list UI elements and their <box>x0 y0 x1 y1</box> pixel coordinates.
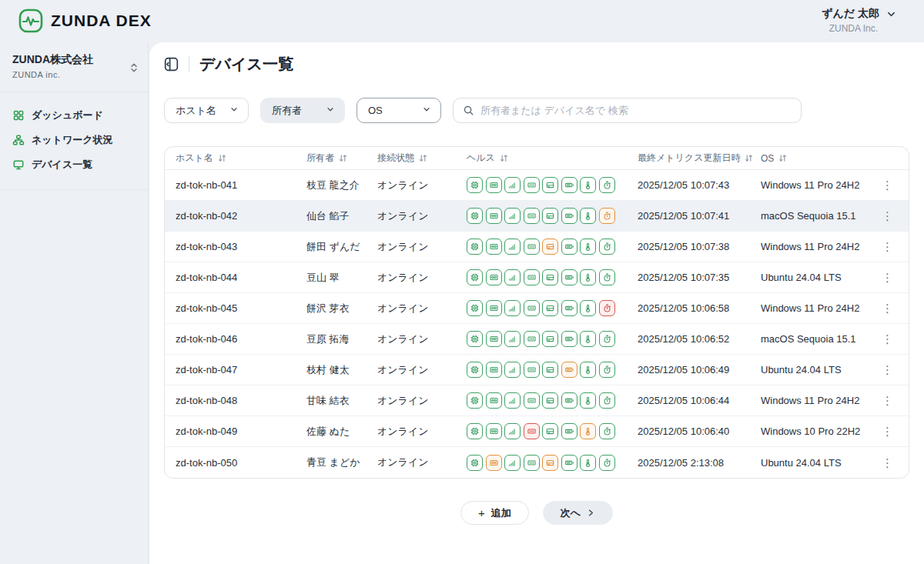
table-row[interactable]: zd-tok-nb-049 佐藤 ぬた オンライン 2025/12/05 10:… <box>165 416 909 447</box>
os-name: Ubuntu 24.04 LTS <box>761 364 876 375</box>
health-icons <box>467 455 638 471</box>
last-metrics-updated: 2025/12/05 10:06:52 <box>638 333 761 345</box>
row-menu-button[interactable]: ⋮ <box>877 393 898 408</box>
next-page-button[interactable]: 次へ <box>543 501 613 525</box>
host-name: zd-tok-nb-045 <box>176 302 306 314</box>
connection-status: オンライン <box>377 179 467 192</box>
os-name: Ubuntu 24.04 LTS <box>761 272 876 283</box>
gpu-icon <box>486 300 502 316</box>
add-label: 追加 <box>491 506 511 520</box>
sidebar-item-network[interactable]: ネットワーク状況 <box>0 128 148 152</box>
thermometer-icon <box>580 423 596 439</box>
row-menu-button[interactable]: ⋮ <box>877 270 898 285</box>
table-row[interactable]: zd-tok-nb-050 青豆 まどか オンライン 2025/12/05 2:… <box>165 447 909 478</box>
row-menu-button[interactable]: ⋮ <box>877 301 898 315</box>
row-menu-button[interactable]: ⋮ <box>877 178 898 192</box>
table-row[interactable]: zd-tok-nb-047 枝村 健太 オンライン 2025/12/05 10:… <box>165 355 909 385</box>
gpu-icon <box>486 331 502 347</box>
disk-icon <box>542 392 558 409</box>
uptime-icon <box>599 208 615 224</box>
sidebar-collapse-button[interactable] <box>164 57 179 72</box>
owner-name: 仙台 餡子 <box>306 209 377 223</box>
last-metrics-updated: 2025/12/05 10:07:41 <box>638 210 761 222</box>
os-name[interactable]: macOS Sequoia 15.1 <box>761 210 876 222</box>
table-row[interactable]: zd-tok-nb-046 豆原 拓海 オンライン 2025/12/05 10:… <box>165 324 909 355</box>
cpu-icon <box>467 423 483 439</box>
health-icons <box>467 362 638 378</box>
connection-status: オンライン <box>377 240 467 254</box>
column-header[interactable]: ヘルス <box>467 152 638 165</box>
row-menu-button[interactable]: ⋮ <box>877 424 898 439</box>
user-menu[interactable]: ずんだ 太郎 ZUNDA Inc. <box>822 7 896 34</box>
column-header[interactable]: OS <box>761 153 876 164</box>
os-name: macOS Sequoia 15.1 <box>761 333 876 345</box>
user-org: ZUNDA Inc. <box>829 23 878 34</box>
sidebar-item-dashboard[interactable]: ダッシュボード <box>0 103 148 128</box>
table-row[interactable]: zd-tok-nb-045 餅沢 芽衣 オンライン 2025/12/05 10:… <box>165 293 909 324</box>
column-header[interactable]: 所有者 <box>306 152 377 165</box>
health-icons <box>467 239 638 255</box>
table-row[interactable]: zd-tok-nb-044 豆山 翠 オンライン 2025/12/05 10:0… <box>165 262 909 293</box>
owner-name: 豆山 翠 <box>306 271 377 285</box>
row-menu-button[interactable]: ⋮ <box>877 332 898 346</box>
last-metrics-updated: 2025/12/05 10:06:44 <box>638 395 761 406</box>
column-header[interactable]: 接続状態 <box>377 152 467 165</box>
thermometer-icon <box>580 331 596 347</box>
filter-label: 所有者 <box>272 104 302 118</box>
os-name: Windows 11 Pro 24H2 <box>761 179 876 191</box>
host-name: zd-tok-nb-042 <box>176 210 306 222</box>
next-label: 次へ <box>561 506 581 520</box>
thermometer-icon <box>580 239 596 255</box>
row-menu-button[interactable]: ⋮ <box>877 239 898 254</box>
connection-status: オンライン <box>377 425 467 439</box>
column-header[interactable]: 最終メトリクス更新日時 <box>638 152 761 165</box>
table-row[interactable]: zd-tok-nb-043 餅田 ずんだ オンライン 2025/12/05 10… <box>165 232 909 262</box>
uptime-icon <box>599 392 615 409</box>
filter-os[interactable]: OS <box>357 98 441 123</box>
sidebar-item-devices[interactable]: デバイス一覧 <box>0 152 148 177</box>
network-icon <box>12 134 25 146</box>
memory-icon <box>524 177 540 193</box>
thermometer-icon <box>580 269 596 285</box>
column-label: OS <box>761 153 774 164</box>
chevron-down-icon <box>229 105 239 116</box>
search-input[interactable] <box>480 105 792 116</box>
filter-owner[interactable]: 所有者 <box>260 98 345 123</box>
disk-icon <box>542 423 558 439</box>
signal-icon <box>504 362 521 378</box>
last-metrics-updated: 2025/12/05 10:07:38 <box>638 241 761 252</box>
signal-icon <box>504 239 521 255</box>
gpu-icon <box>486 455 502 471</box>
battery-icon <box>561 423 578 439</box>
gpu-icon <box>486 239 502 255</box>
memory-icon <box>524 269 540 285</box>
memory-icon <box>524 455 540 471</box>
disk-icon <box>542 177 558 193</box>
column-header[interactable]: ホスト名 <box>176 152 306 165</box>
gpu-icon <box>486 208 502 224</box>
add-device-button[interactable]: + 追加 <box>460 501 529 525</box>
table-row[interactable]: zd-tok-nb-042 仙台 餡子 オンライン 2025/12/05 10:… <box>165 201 909 232</box>
gpu-icon <box>486 177 502 193</box>
sidebar-item-label: ネットワーク状況 <box>32 133 113 147</box>
main-content: デバイス一覧 ホスト名 所有者 OS ホスト名所有 <box>149 42 924 564</box>
last-metrics-updated: 2025/12/05 2:13:08 <box>638 457 761 469</box>
owner-name: 豆原 拓海 <box>306 332 377 346</box>
health-icons <box>467 177 638 193</box>
uptime-icon <box>599 423 615 439</box>
memory-icon <box>524 300 540 316</box>
sort-icon <box>778 154 787 162</box>
connection-status: オンライン <box>377 363 467 377</box>
last-metrics-updated: 2025/12/05 10:07:35 <box>638 272 761 283</box>
org-selector[interactable]: ZUNDA株式会社 ZUNDA inc. <box>0 42 148 92</box>
row-menu-button[interactable]: ⋮ <box>877 209 898 223</box>
row-menu-button[interactable]: ⋮ <box>877 362 898 377</box>
thermometer-icon <box>580 392 596 409</box>
table-row[interactable]: zd-tok-nb-041 枝豆 龍之介 オンライン 2025/12/05 10… <box>165 170 909 201</box>
row-menu-button[interactable]: ⋮ <box>877 456 898 470</box>
table-header-row: ホスト名所有者接続状態ヘルス最終メトリクス更新日時OS <box>165 147 909 170</box>
unfold-icon <box>129 62 139 75</box>
table-row[interactable]: zd-tok-nb-048 甘味 結衣 オンライン 2025/12/05 10:… <box>165 385 909 416</box>
signal-icon <box>504 423 521 439</box>
filter-hostname[interactable]: ホスト名 <box>164 98 249 123</box>
